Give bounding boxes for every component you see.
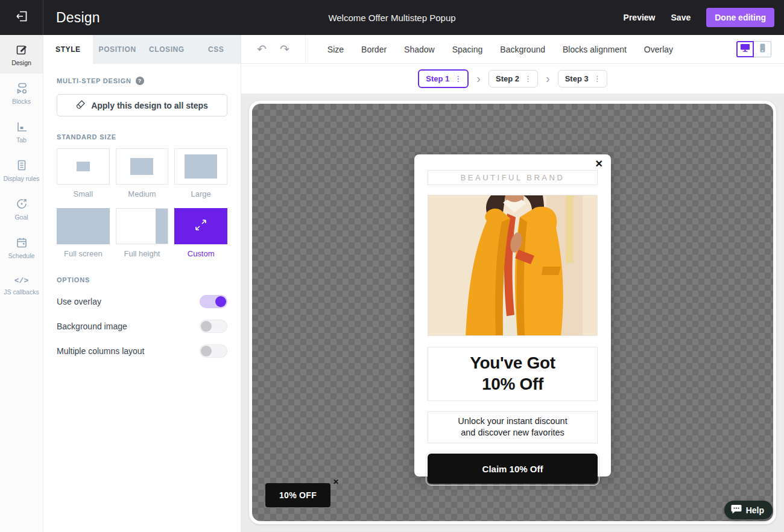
mobile-view-button[interactable] xyxy=(754,41,771,57)
brand-text-block[interactable]: BEAUTIFUL BRAND xyxy=(428,170,598,185)
apply-design-button[interactable]: Apply this design to all steps xyxy=(57,94,227,116)
size-options-grid: Small Medium Large Full screen Full heig… xyxy=(57,148,227,258)
popup-cta-button[interactable]: Claim 10% Off xyxy=(428,454,598,484)
desktop-view-button[interactable] xyxy=(736,41,754,57)
size-option-fullheight[interactable]: Full height xyxy=(116,208,169,258)
size-option-large[interactable]: Large xyxy=(174,148,227,198)
sidebar-item-label: Goal xyxy=(14,214,28,221)
canvas-work-area: ↶ ↷ Size Border Shadow Spacing Backgroun… xyxy=(241,35,784,532)
sidebar-item-tab[interactable]: Tab xyxy=(0,112,43,151)
menu-item-background[interactable]: Background xyxy=(500,45,545,54)
toggle-label: Use overlay xyxy=(57,297,101,306)
blocks-icon xyxy=(15,81,28,95)
preview-stage: ✕ BEAUTIFUL BRAND xyxy=(241,93,784,532)
preview-frame: ✕ BEAUTIFUL BRAND xyxy=(249,101,776,524)
done-editing-button[interactable]: Done editing xyxy=(706,8,774,27)
use-overlay-toggle[interactable] xyxy=(200,295,227,308)
menu-item-blocks-alignment[interactable]: Blocks alignment xyxy=(563,45,627,54)
sidebar-item-design[interactable]: Design xyxy=(0,35,43,74)
toggle-knob xyxy=(215,296,226,307)
step-menu-icon[interactable]: ⋮ xyxy=(524,75,532,83)
help-tooltip-icon[interactable]: ? xyxy=(136,77,144,85)
sidebar-item-goal[interactable]: Goal xyxy=(0,189,43,228)
menu-item-shadow[interactable]: Shadow xyxy=(404,45,435,54)
menu-item-size[interactable]: Size xyxy=(327,45,344,54)
size-option-label: Small xyxy=(57,189,110,198)
option-row-use-overlay: Use overlay xyxy=(57,295,227,308)
popup-close-icon[interactable]: ✕ xyxy=(595,159,603,169)
standard-size-heading: STANDARD SIZE xyxy=(57,133,227,141)
size-option-fullscreen[interactable]: Full screen xyxy=(57,208,110,258)
sidebar-item-label: JS callbacks xyxy=(4,288,39,296)
toggle-knob xyxy=(201,321,212,332)
menu-item-overlay[interactable]: Overlay xyxy=(644,45,673,54)
size-option-medium[interactable]: Medium xyxy=(116,148,169,198)
size-option-label: Full screen xyxy=(57,249,110,258)
background-image-toggle[interactable] xyxy=(200,320,227,333)
step-3-button[interactable]: Step 3 ⋮ xyxy=(558,70,607,87)
brush-icon xyxy=(76,100,86,111)
size-option-label: Full height xyxy=(116,249,169,258)
design-icon xyxy=(15,43,28,56)
size-thumbnail xyxy=(57,208,110,244)
undo-icon[interactable]: ↶ xyxy=(257,43,267,55)
preview-button[interactable]: Preview xyxy=(624,13,656,22)
popup-image-block[interactable] xyxy=(428,195,598,336)
sidebar-item-label: Blocks xyxy=(12,98,31,105)
design-settings-panel: STYLE POSITION CLOSING CSS MULTI-STEP DE… xyxy=(43,35,241,532)
sidebar-item-schedule[interactable]: Schedule xyxy=(0,228,43,267)
section-heading-text: OPTIONS xyxy=(57,276,90,283)
tab-icon xyxy=(15,120,28,133)
multiple-columns-toggle[interactable] xyxy=(200,344,227,358)
display-rules-icon xyxy=(15,159,28,172)
option-row-multiple-columns: Multiple columns layout xyxy=(57,344,227,358)
resize-arrows-icon xyxy=(193,217,209,235)
size-option-small[interactable]: Small xyxy=(57,148,110,198)
popup-preview[interactable]: ✕ BEAUTIFUL BRAND xyxy=(414,154,611,477)
multi-step-design-heading: MULTI-STEP DESIGN ? xyxy=(57,77,227,85)
save-button[interactable]: Save xyxy=(671,13,691,22)
step-menu-icon[interactable]: ⋮ xyxy=(454,75,462,83)
desktop-icon xyxy=(740,43,750,55)
toggle-label: Background image xyxy=(57,321,127,331)
tab-position[interactable]: POSITION xyxy=(93,35,142,64)
heading-line: You've Got xyxy=(428,352,597,373)
size-option-custom[interactable]: Custom xyxy=(174,208,227,258)
history-controls: ↶ ↷ xyxy=(241,43,289,55)
model-photo xyxy=(428,195,598,336)
exit-editor-button[interactable] xyxy=(0,0,43,35)
tab-style[interactable]: STYLE xyxy=(43,35,93,64)
step-menu-icon[interactable]: ⋮ xyxy=(593,75,601,83)
minimized-tab-button[interactable]: 10% OFF xyxy=(265,483,330,507)
overlay-transparency-background: ✕ BEAUTIFUL BRAND xyxy=(252,104,773,521)
sidebar-item-blocks[interactable]: Blocks xyxy=(0,74,43,112)
sidebar-item-display-rules[interactable]: Display rules xyxy=(0,151,43,189)
minimized-tab-close-icon[interactable]: ✕ xyxy=(333,478,339,486)
device-preview-toggle xyxy=(736,41,771,57)
step-1-button[interactable]: Step 1 ⋮ xyxy=(418,69,469,88)
size-option-label: Medium xyxy=(116,189,169,198)
sidebar-item-js-callbacks[interactable]: </> JS callbacks xyxy=(0,267,43,305)
size-thumbnail xyxy=(130,158,153,175)
menu-item-border[interactable]: Border xyxy=(361,45,387,54)
size-thumbnail xyxy=(77,162,90,171)
menu-item-spacing[interactable]: Spacing xyxy=(452,45,483,54)
popup-subtext-block[interactable]: Unlock your instant discount and discove… xyxy=(428,411,598,443)
panel-tab-bar: STYLE POSITION CLOSING CSS xyxy=(43,35,241,64)
size-option-label: Custom xyxy=(174,249,227,258)
tab-css[interactable]: CSS xyxy=(191,35,241,64)
left-nav-rail: Design Blocks Tab xyxy=(0,35,43,532)
help-button[interactable]: Help xyxy=(724,501,773,519)
redo-icon[interactable]: ↷ xyxy=(280,43,289,55)
minimized-tab-widget: 10% OFF ✕ xyxy=(265,483,330,507)
help-label: Help xyxy=(746,505,764,515)
step-2-button[interactable]: Step 2 ⋮ xyxy=(488,70,538,87)
step-label: Step 1 xyxy=(426,74,449,83)
style-menu: Size Border Shadow Spacing Background Bl… xyxy=(327,45,673,54)
popup-heading-block[interactable]: You've Got 10% Off xyxy=(428,347,598,401)
size-thumbnail xyxy=(116,208,169,244)
subtext-line: and discover new favorites xyxy=(428,427,597,439)
size-option-label: Large xyxy=(174,189,227,198)
option-row-background-image: Background image xyxy=(57,320,227,333)
tab-closing[interactable]: CLOSING xyxy=(142,35,192,64)
